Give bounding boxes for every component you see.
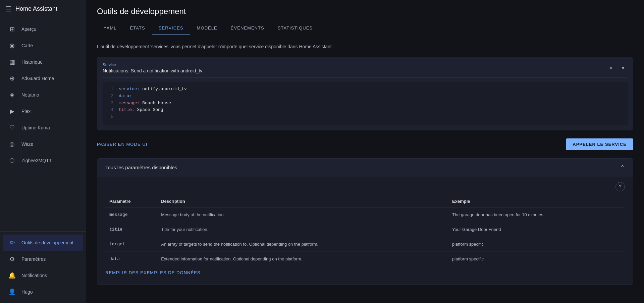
carte-icon: ◉ — [8, 42, 16, 50]
close-icon[interactable]: ✕ — [606, 63, 615, 73]
sidebar-item-params[interactable]: ⚙ Paramètres — [3, 251, 83, 267]
sidebar-item-dev-tools[interactable]: ✏ Outils de développement — [3, 235, 83, 251]
info-text: L'outil de développement 'services' vous… — [97, 43, 633, 50]
divider — [103, 77, 628, 78]
params-table: ParamètreDescriptionExemplemessageMessag… — [105, 195, 625, 266]
apercu-icon: ⊞ — [8, 25, 16, 33]
code-line: 1service: notify.android_tv — [108, 86, 622, 93]
line-number: 5 — [108, 114, 113, 121]
service-card-header: Service Notifications: Send a notificati… — [103, 63, 628, 73]
param-name: target — [105, 237, 157, 251]
sidebar-item-uptime[interactable]: ♡ Uptime Kuma — [3, 120, 83, 136]
sidebar-label-historique: Historique — [21, 59, 43, 65]
dev-tools-icon: ✏ — [8, 239, 16, 247]
param-description: Title for your notification. — [157, 222, 448, 237]
tab-statistiques[interactable]: STATISTIQUES — [271, 21, 319, 35]
sidebar-item-apercu[interactable]: ⊞ Aperçu — [3, 21, 83, 37]
sidebar-label-uptime: Uptime Kuma — [21, 125, 50, 130]
table-header: Description — [157, 195, 448, 207]
sidebar-label-notifs: Notifications — [21, 273, 47, 278]
table-row: messageMessage body of the notification.… — [105, 207, 625, 222]
param-description: An array of targets to send the notifica… — [157, 237, 448, 251]
sidebar-label-carte: Carte — [21, 43, 33, 48]
call-service-button[interactable]: APPELER LE SERVICE — [566, 138, 633, 150]
help-icon[interactable]: ? — [615, 182, 625, 191]
line-number: 4 — [108, 107, 113, 114]
main-content: Outils de développement YAMLÉTATSSERVICE… — [86, 0, 644, 303]
code-line: 4 title: Space Song — [108, 107, 622, 114]
code-content: service: notify.android_tv — [119, 86, 187, 93]
sidebar-item-notifs[interactable]: 🔔 Notifications — [3, 267, 83, 284]
sidebar-item-carte[interactable]: ◉ Carte — [3, 38, 83, 54]
netatmo-icon: ◈ — [8, 91, 16, 99]
table-row: targetAn array of targets to send the no… — [105, 237, 625, 251]
tab-evenements[interactable]: ÉVÉNEMENTS — [224, 21, 271, 35]
params-title: Tous les paramètres disponibles — [105, 165, 177, 170]
tab-services[interactable]: SERVICES — [152, 21, 190, 35]
notifs-icon: 🔔 — [8, 271, 16, 280]
switch-ui-button[interactable]: PASSER EN MODE UI — [97, 139, 147, 149]
code-content: title: Space Song — [119, 107, 163, 114]
service-card-actions: ✕ ▾ — [606, 63, 628, 73]
tab-etats[interactable]: ÉTATS — [123, 21, 152, 35]
param-description: Extended information for notification. O… — [157, 251, 448, 266]
sidebar-item-plex[interactable]: ▶ Plex — [3, 103, 83, 119]
sidebar-item-netatmo[interactable]: ◈ Netatmo — [3, 87, 83, 103]
sidebar-item-adguard[interactable]: ⊕ AdGuard Home — [3, 70, 83, 86]
sidebar-item-zigbee[interactable]: ⬡ Zigbee2MQTT — [3, 153, 83, 169]
param-name: message — [105, 207, 157, 222]
tabs-bar: YAMLÉTATSSERVICESMODÈLEÉVÉNEMENTSSTATIST… — [97, 21, 633, 35]
param-example: Your Garage Door Friend — [448, 222, 625, 237]
sidebar-label-waze: Waze — [21, 141, 33, 147]
sidebar-item-historique[interactable]: ▦ Historique — [3, 54, 83, 70]
sidebar-label-apercu: Aperçu — [21, 26, 36, 32]
line-number: 3 — [108, 100, 113, 107]
code-line: 5 — [108, 114, 622, 121]
code-line: 2data: — [108, 93, 622, 100]
menu-icon[interactable]: ☰ — [5, 5, 11, 13]
content-area: L'outil de développement 'services' vous… — [86, 35, 644, 303]
fill-examples-button[interactable]: REMPLIR DES EXEMPLES DE DONNÉES — [105, 266, 201, 279]
sidebar-item-hugo[interactable]: 👤 Hugo — [3, 284, 83, 300]
historique-icon: ▦ — [8, 58, 16, 66]
param-description: Message body of the notification. — [157, 207, 448, 222]
tab-modele[interactable]: MODÈLE — [190, 21, 224, 35]
adguard-icon: ⊕ — [8, 74, 16, 82]
table-row: dataExtended information for notificatio… — [105, 251, 625, 266]
params-content: ? ParamètreDescriptionExemplemessageMess… — [97, 177, 633, 285]
sidebar-label-plex: Plex — [21, 109, 31, 114]
help-row: ? — [105, 182, 625, 191]
uptime-icon: ♡ — [8, 124, 16, 132]
params-icon: ⚙ — [8, 255, 16, 263]
code-content: message: Beach House — [119, 100, 171, 107]
line-number: 1 — [108, 86, 113, 93]
param-example: platform specific — [448, 237, 625, 251]
app-title: Home Assistant — [15, 5, 57, 12]
plex-icon: ▶ — [8, 107, 16, 115]
param-example: The garage door has been open for 10 min… — [448, 207, 625, 222]
hugo-icon: 👤 — [8, 288, 16, 296]
service-selector[interactable]: Service Notifications: Send a notificati… — [103, 63, 202, 73]
param-name: title — [105, 222, 157, 237]
table-row: titleTitle for your notification.Your Ga… — [105, 222, 625, 237]
waze-icon: ◎ — [8, 140, 16, 148]
code-content: data: — [119, 93, 132, 100]
actions-row: PASSER EN MODE UI APPELER LE SERVICE — [97, 138, 633, 150]
param-name: data — [105, 251, 157, 266]
code-editor[interactable]: 1service: notify.android_tv2data:3 messa… — [103, 82, 628, 125]
param-example: platform specific — [448, 251, 625, 266]
sidebar-bottom: ✏ Outils de développement ⚙ Paramètres 🔔… — [0, 231, 86, 303]
service-card: Service Notifications: Send a notificati… — [97, 57, 633, 130]
table-header: Exemple — [448, 195, 625, 207]
table-header: Paramètre — [105, 195, 157, 207]
params-header[interactable]: Tous les paramètres disponibles ⌃ — [97, 159, 633, 177]
sidebar-label-zigbee: Zigbee2MQTT — [21, 158, 52, 163]
tab-yaml[interactable]: YAML — [97, 21, 123, 35]
chevron-down-icon[interactable]: ▾ — [618, 63, 628, 73]
sidebar-nav: ⊞ Aperçu ◉ Carte ▦ Historique ⊕ AdGuard … — [0, 18, 86, 231]
service-value: Notifications: Send a notification with … — [103, 68, 202, 73]
sidebar-item-waze[interactable]: ◎ Waze — [3, 136, 83, 152]
params-section: Tous les paramètres disponibles ⌃ ? Para… — [97, 158, 633, 285]
sidebar-header: ☰ Home Assistant — [0, 0, 86, 18]
sidebar-label-adguard: AdGuard Home — [21, 76, 54, 81]
